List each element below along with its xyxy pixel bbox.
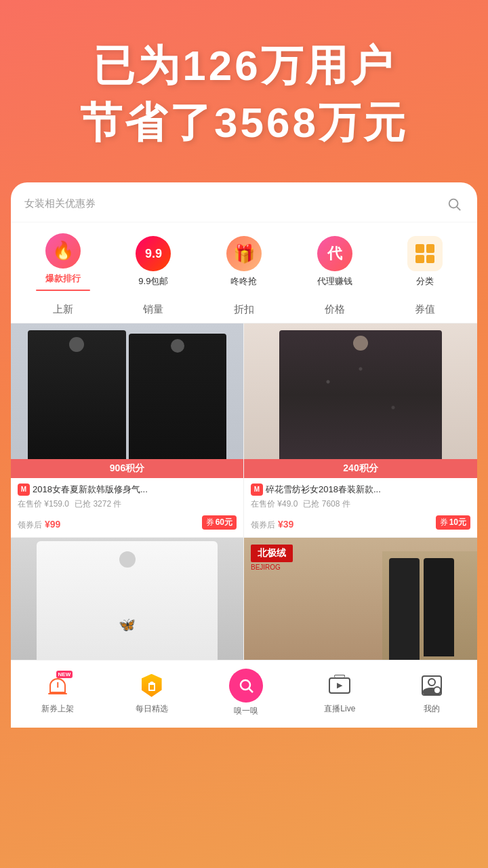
cat-item-classify[interactable]: 分类 [398, 236, 452, 288]
after-coupon-label-2: 领券后 [251, 519, 275, 531]
hero-section: 已为126万用户 节省了3568万元 [0, 0, 488, 169]
product-meta-2: 在售价 ¥49.0 已抢 7608 件 [251, 498, 470, 510]
tab-price[interactable]: 价格 [289, 296, 380, 323]
nav-item-mine[interactable]: 我的 [417, 671, 447, 715]
tab-new[interactable]: 上新 [18, 296, 108, 323]
app-card: 女装相关优惠券 🔥 爆款排行 9.9 9.9包邮 🎁 咚咚抢 代 [11, 182, 477, 728]
hero-line2: 节省了3568万元 [27, 98, 461, 148]
nav-item-daily[interactable]: 每日精选 [136, 671, 168, 715]
after-coupon-label-1: 领券后 [18, 519, 42, 531]
nav-label-daily: 每日精选 [136, 703, 168, 715]
cat-icon-grab: 🎁 [226, 236, 262, 271]
product-image-4: 北极绒 BEJIROG [244, 538, 477, 660]
product-cell-1[interactable]: 906积分 M 2018女春夏新款韩版修身气... 在售价 ¥159.0 已抢 … [11, 323, 244, 538]
category-row: 🔥 爆款排行 9.9 9.9包邮 🎁 咚咚抢 代 代理赚钱 [11, 222, 477, 296]
product-title-1: M 2018女春夏新款韩版修身气... [18, 484, 237, 496]
product-cell-4[interactable]: 北极绒 BEJIROG [244, 538, 477, 660]
cat-icon-classify [407, 236, 443, 271]
nav-icon-mine [417, 671, 447, 701]
nav-item-search[interactable]: 嗅一嗅 [229, 669, 263, 717]
price-row-2: 领券后 ¥39 券 10元 [251, 514, 470, 532]
product-cell-2[interactable]: 240积分 M 碎花雪纺衫女2018春装新款... 在售价 ¥49.0 已抢 7… [244, 323, 477, 538]
cat-item-hot[interactable]: 🔥 爆款排行 [36, 233, 90, 291]
score-bar-1: 906积分 [11, 459, 243, 478]
shop-icon-2: M [251, 484, 263, 496]
product-image-1 [11, 323, 243, 459]
cat-icon-nine: 9.9 [136, 236, 171, 271]
cat-item-agent[interactable]: 代 代理赚钱 [308, 236, 362, 288]
product-cell-3[interactable]: 🦋 [11, 538, 244, 660]
product-image-3: 🦋 [11, 538, 243, 660]
brand-en: BEJIROG [251, 564, 281, 571]
sub-tabs-row: 上新 销量 折扣 价格 券值 [11, 296, 477, 323]
nav-icon-daily [137, 671, 167, 701]
tab-discount[interactable]: 折扣 [199, 296, 289, 323]
search-icon-wrap[interactable] [445, 195, 464, 214]
nav-item-live[interactable]: ▶ 直播Live [324, 671, 355, 715]
nav-icon-new: NEW [43, 671, 73, 701]
brand-logo: 北极绒 [251, 545, 293, 562]
product-image-2 [244, 323, 477, 459]
product-title-2: M 碎花雪纺衫女2018春装新款... [251, 484, 470, 496]
nav-icon-search [229, 669, 263, 703]
hero-line1: 已为126万用户 [27, 41, 461, 91]
cat-icon-agent: 代 [317, 236, 352, 271]
search-placeholder-text: 女装相关优惠券 [24, 197, 96, 210]
product-info-1: M 2018女春夏新款韩版修身气... 在售价 ¥159.0 已抢 3272 件… [11, 478, 243, 537]
coupon-tag-2[interactable]: 券 10元 [436, 515, 470, 530]
shop-icon-1: M [18, 484, 30, 496]
search-icon [447, 197, 462, 212]
nav-label-mine: 我的 [424, 703, 440, 715]
svg-point-0 [449, 199, 458, 208]
cat-icon-hot: 🔥 [45, 233, 81, 269]
nav-badge-new: NEW [56, 671, 73, 678]
cat-item-nine[interactable]: 9.9 9.9包邮 [126, 236, 180, 288]
bottom-nav: NEW 新券上架 每日精选 [11, 660, 477, 728]
search-bar: 女装相关优惠券 [11, 182, 477, 222]
cat-label-agent: 代理赚钱 [317, 275, 352, 288]
tab-coupon-value[interactable]: 券值 [380, 296, 470, 323]
grid-icon [415, 244, 434, 263]
cat-item-grab[interactable]: 🎁 咚咚抢 [217, 236, 271, 288]
tab-sales[interactable]: 销量 [108, 296, 199, 323]
cat-label-grab: 咚咚抢 [230, 275, 257, 288]
product-grid: 906积分 M 2018女春夏新款韩版修身气... 在售价 ¥159.0 已抢 … [11, 323, 477, 538]
svg-point-2 [241, 680, 250, 690]
product-meta-1: 在售价 ¥159.0 已抢 3272 件 [18, 498, 237, 510]
coupon-tag-1[interactable]: 券 60元 [202, 515, 237, 530]
nav-icon-live: ▶ [325, 671, 354, 701]
product-row-2: 🦋 北极绒 BEJIROG [11, 538, 477, 660]
svg-line-3 [249, 688, 253, 692]
product-info-2: M 碎花雪纺衫女2018春装新款... 在售价 ¥49.0 已抢 7608 件 … [244, 478, 477, 537]
nav-label-live: 直播Live [324, 703, 355, 715]
cat-label-hot: 爆款排行 [45, 273, 81, 285]
cat-label-classify: 分类 [416, 275, 434, 288]
score-bar-2: 240积分 [244, 459, 477, 478]
cat-label-nine: 9.9包邮 [138, 275, 168, 288]
nav-item-new[interactable]: NEW 新券上架 [41, 671, 74, 715]
nav-label-search: 嗅一嗅 [234, 705, 258, 717]
price-row-1: 领券后 ¥99 券 60元 [18, 514, 237, 532]
nav-label-new: 新券上架 [41, 703, 74, 715]
search-circle-icon [238, 677, 254, 694]
svg-line-1 [457, 207, 460, 210]
